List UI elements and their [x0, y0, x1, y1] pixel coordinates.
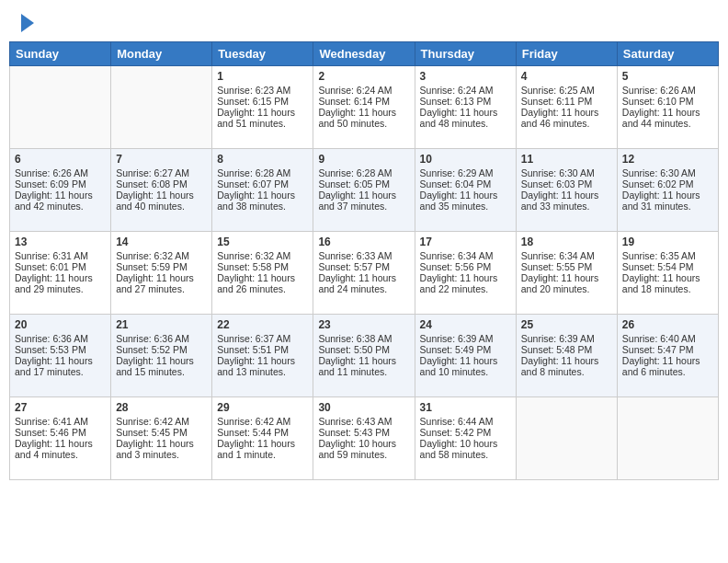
logo-arrow-icon	[21, 14, 34, 32]
calendar-day-31: 31Sunrise: 6:44 AMSunset: 5:42 PMDayligh…	[415, 397, 516, 480]
day-info-line: Daylight: 10 hours and 58 minutes.	[420, 438, 511, 460]
day-info-line: Sunrise: 6:40 AM	[622, 333, 713, 344]
day-info-line: Sunset: 6:14 PM	[318, 96, 409, 107]
day-info-line: Sunset: 5:58 PM	[217, 261, 308, 272]
calendar-day-2: 2Sunrise: 6:24 AMSunset: 6:14 PMDaylight…	[313, 66, 415, 149]
calendar-week-row: 13Sunrise: 6:31 AMSunset: 6:01 PMDayligh…	[10, 232, 719, 315]
day-info-line: Daylight: 11 hours and 24 minutes.	[318, 272, 409, 294]
day-number: 28	[116, 401, 207, 414]
day-info-line: Sunset: 5:56 PM	[420, 261, 511, 272]
calendar-week-row: 20Sunrise: 6:36 AMSunset: 5:53 PMDayligh…	[10, 315, 719, 397]
day-info-line: Sunset: 6:03 PM	[521, 178, 612, 190]
day-info-line: Daylight: 11 hours and 13 minutes.	[217, 355, 308, 377]
day-info-line: Daylight: 11 hours and 27 minutes.	[116, 272, 207, 294]
day-info-line: Sunset: 5:57 PM	[318, 261, 409, 272]
calendar-day-1: 1Sunrise: 6:23 AMSunset: 6:15 PMDaylight…	[212, 66, 313, 149]
day-info-line: Daylight: 11 hours and 48 minutes.	[420, 107, 511, 129]
day-number: 9	[318, 153, 409, 166]
day-info-line: Sunrise: 6:34 AM	[420, 250, 511, 261]
col-header-thursday: Thursday	[415, 42, 516, 66]
day-info-line: Sunset: 5:51 PM	[217, 344, 308, 355]
day-info-line: Sunset: 5:55 PM	[521, 261, 612, 272]
calendar-day-26: 26Sunrise: 6:40 AMSunset: 5:47 PMDayligh…	[617, 315, 718, 397]
day-number: 8	[217, 153, 308, 166]
day-number: 29	[217, 401, 308, 414]
day-info-line: Sunset: 6:02 PM	[622, 178, 713, 190]
day-info-line: Daylight: 11 hours and 46 minutes.	[521, 107, 612, 129]
day-info-line: Sunrise: 6:43 AM	[318, 416, 409, 427]
day-number: 30	[318, 401, 409, 414]
calendar-day-28: 28Sunrise: 6:42 AMSunset: 5:45 PMDayligh…	[111, 397, 212, 480]
day-info-line: Sunset: 6:01 PM	[15, 261, 106, 272]
day-number: 19	[622, 236, 713, 248]
day-info-line: Sunset: 6:08 PM	[116, 178, 207, 190]
day-number: 4	[521, 70, 612, 83]
day-info-line: Sunset: 6:13 PM	[420, 96, 511, 107]
calendar-day-16: 16Sunrise: 6:33 AMSunset: 5:57 PMDayligh…	[313, 232, 415, 315]
calendar-day-10: 10Sunrise: 6:29 AMSunset: 6:04 PMDayligh…	[415, 149, 516, 232]
day-info-line: Daylight: 11 hours and 18 minutes.	[622, 272, 713, 294]
day-info-line: Sunrise: 6:38 AM	[318, 333, 409, 344]
day-info-line: Sunrise: 6:36 AM	[116, 333, 207, 344]
day-info-line: Daylight: 11 hours and 50 minutes.	[318, 107, 409, 129]
calendar-day-13: 13Sunrise: 6:31 AMSunset: 6:01 PMDayligh…	[10, 232, 111, 315]
day-number: 1	[217, 70, 308, 83]
day-info-line: Sunrise: 6:29 AM	[420, 167, 511, 178]
day-info-line: Sunset: 5:44 PM	[217, 427, 308, 438]
day-info-line: Sunset: 5:49 PM	[420, 344, 511, 355]
col-header-sunday: Sunday	[10, 42, 111, 66]
day-info-line: Sunrise: 6:28 AM	[318, 167, 409, 178]
calendar-day-14: 14Sunrise: 6:32 AMSunset: 5:59 PMDayligh…	[111, 232, 212, 315]
logo	[18, 18, 34, 32]
day-info-line: Sunrise: 6:42 AM	[116, 416, 207, 427]
calendar-day-22: 22Sunrise: 6:37 AMSunset: 5:51 PMDayligh…	[212, 315, 313, 397]
day-info-line: Sunset: 5:46 PM	[15, 427, 106, 438]
calendar-header-row: SundayMondayTuesdayWednesdayThursdayFrid…	[10, 42, 719, 66]
day-number: 12	[622, 153, 713, 166]
day-number: 26	[622, 318, 713, 331]
day-info-line: Sunrise: 6:26 AM	[622, 85, 713, 96]
day-info-line: Sunrise: 6:27 AM	[116, 167, 207, 178]
col-header-wednesday: Wednesday	[313, 42, 415, 66]
day-info-line: Sunset: 5:50 PM	[318, 344, 409, 355]
day-info-line: Sunrise: 6:32 AM	[116, 250, 207, 261]
calendar-week-row: 27Sunrise: 6:41 AMSunset: 5:46 PMDayligh…	[10, 397, 719, 480]
calendar-day-30: 30Sunrise: 6:43 AMSunset: 5:43 PMDayligh…	[313, 397, 415, 480]
day-info-line: Daylight: 11 hours and 3 minutes.	[116, 438, 207, 460]
calendar-day-15: 15Sunrise: 6:32 AMSunset: 5:58 PMDayligh…	[212, 232, 313, 315]
day-info-line: Sunset: 6:10 PM	[622, 96, 713, 107]
day-number: 10	[420, 153, 511, 166]
day-info-line: Daylight: 11 hours and 29 minutes.	[15, 272, 106, 294]
calendar-day-8: 8Sunrise: 6:28 AMSunset: 6:07 PMDaylight…	[212, 149, 313, 232]
calendar-day-11: 11Sunrise: 6:30 AMSunset: 6:03 PMDayligh…	[516, 149, 617, 232]
calendar-week-row: 6Sunrise: 6:26 AMSunset: 6:09 PMDaylight…	[10, 149, 719, 232]
day-info-line: Sunset: 5:54 PM	[622, 261, 713, 272]
day-info-line: Daylight: 11 hours and 20 minutes.	[521, 272, 612, 294]
day-info-line: Sunrise: 6:26 AM	[15, 167, 106, 178]
day-number: 7	[116, 153, 207, 166]
calendar-body: 1Sunrise: 6:23 AMSunset: 6:15 PMDaylight…	[10, 66, 719, 480]
col-header-saturday: Saturday	[617, 42, 718, 66]
calendar-day-20: 20Sunrise: 6:36 AMSunset: 5:53 PMDayligh…	[10, 315, 111, 397]
calendar-day-24: 24Sunrise: 6:39 AMSunset: 5:49 PMDayligh…	[415, 315, 516, 397]
day-info-line: Sunrise: 6:41 AM	[15, 416, 106, 427]
page-header	[9, 9, 719, 37]
day-info-line: Sunrise: 6:30 AM	[521, 167, 612, 178]
day-info-line: Daylight: 11 hours and 51 minutes.	[217, 107, 308, 129]
day-info-line: Sunset: 6:15 PM	[217, 96, 308, 107]
calendar-day-5: 5Sunrise: 6:26 AMSunset: 6:10 PMDaylight…	[617, 66, 718, 149]
calendar-day-empty	[10, 66, 111, 149]
day-info-line: Daylight: 11 hours and 42 minutes.	[15, 190, 106, 212]
day-info-line: Sunrise: 6:33 AM	[318, 250, 409, 261]
day-info-line: Daylight: 11 hours and 15 minutes.	[116, 355, 207, 377]
day-number: 27	[15, 401, 106, 414]
day-number: 23	[318, 318, 409, 331]
day-info-line: Daylight: 11 hours and 6 minutes.	[622, 355, 713, 377]
calendar-day-18: 18Sunrise: 6:34 AMSunset: 5:55 PMDayligh…	[516, 232, 617, 315]
calendar-day-empty	[516, 397, 617, 480]
day-info-line: Daylight: 11 hours and 35 minutes.	[420, 190, 511, 212]
day-number: 6	[15, 153, 106, 166]
calendar-day-21: 21Sunrise: 6:36 AMSunset: 5:52 PMDayligh…	[111, 315, 212, 397]
day-number: 13	[15, 236, 106, 248]
day-info-line: Daylight: 11 hours and 22 minutes.	[420, 272, 511, 294]
